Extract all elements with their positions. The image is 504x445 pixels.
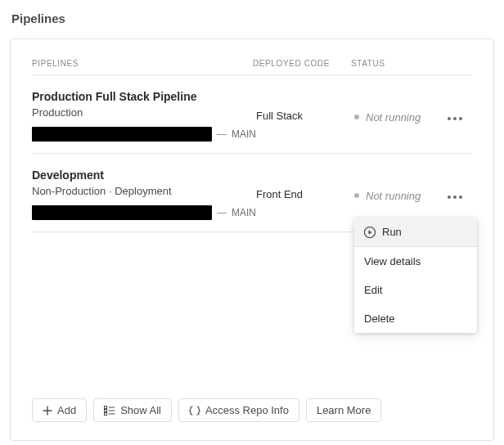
branch-separator: —	[217, 128, 227, 140]
menu-run-label: Run	[382, 226, 402, 238]
col-header-pipelines: PIPELINES	[32, 59, 253, 68]
learn-more-button[interactable]: Learn More	[306, 398, 381, 422]
pipeline-subtitle: Production	[32, 106, 256, 119]
access-repo-info-button[interactable]: Access Repo Info	[178, 398, 299, 422]
menu-edit[interactable]: Edit	[354, 276, 477, 304]
menu-edit-label: Edit	[364, 284, 382, 296]
learn-more-label: Learn More	[317, 404, 371, 416]
deployed-code: Full Stack	[256, 110, 354, 122]
plus-icon	[43, 406, 52, 416]
redacted-repo	[32, 127, 212, 142]
branch-label: MAIN	[232, 207, 256, 218]
pipeline-title: Production Full Stack Pipeline	[32, 90, 256, 103]
play-circle-icon	[364, 227, 376, 238]
context-menu: Run View details Edit Delete	[354, 218, 477, 333]
status-dot-icon	[354, 115, 359, 119]
show-all-label: Show All	[120, 404, 161, 416]
branch-label: MAIN	[232, 128, 256, 140]
menu-view-label: View details	[364, 255, 421, 267]
show-all-button[interactable]: Show All	[93, 398, 172, 422]
svg-rect-2	[105, 409, 107, 411]
repo-info-label: Access Repo Info	[205, 404, 289, 416]
add-button[interactable]: Add	[32, 398, 87, 422]
menu-run[interactable]: Run	[354, 218, 477, 247]
more-actions-button[interactable]	[444, 192, 466, 202]
branch-separator: —	[217, 207, 227, 218]
col-header-deployed: DEPLOYED CODE	[253, 59, 351, 68]
more-actions-button[interactable]	[444, 114, 466, 124]
svg-rect-3	[105, 412, 107, 415]
pipeline-repo: — MAIN	[32, 205, 256, 220]
svg-rect-1	[105, 406, 107, 408]
status-badge: Not running	[354, 190, 421, 202]
status-dot-icon	[354, 193, 359, 198]
menu-delete[interactable]: Delete	[354, 304, 477, 333]
deployed-code: Front End	[256, 188, 354, 200]
page-title: Pipelines	[0, 0, 504, 34]
add-label: Add	[57, 404, 76, 416]
menu-delete-label: Delete	[364, 312, 395, 325]
pipeline-title: Development	[32, 169, 256, 182]
redacted-repo	[32, 205, 212, 220]
status-badge: Not running	[354, 111, 421, 124]
col-header-status: STATUS	[351, 59, 441, 68]
footer-actions: Add Show All Access Repo Info Learn More	[32, 398, 381, 422]
pipelines-card: PIPELINES DEPLOYED CODE STATUS Productio…	[10, 38, 494, 441]
table-row: Production Full Stack Pipeline Productio…	[32, 75, 472, 154]
status-text: Not running	[366, 190, 421, 202]
braces-icon	[189, 406, 200, 416]
table-header: PIPELINES DEPLOYED CODE STATUS	[32, 59, 472, 75]
menu-view-details[interactable]: View details	[354, 247, 477, 276]
show-all-icon	[104, 406, 115, 416]
pipeline-repo: — MAIN	[32, 127, 256, 142]
pipeline-subtitle: Non-Production · Deployment	[32, 185, 256, 197]
status-text: Not running	[366, 111, 421, 124]
